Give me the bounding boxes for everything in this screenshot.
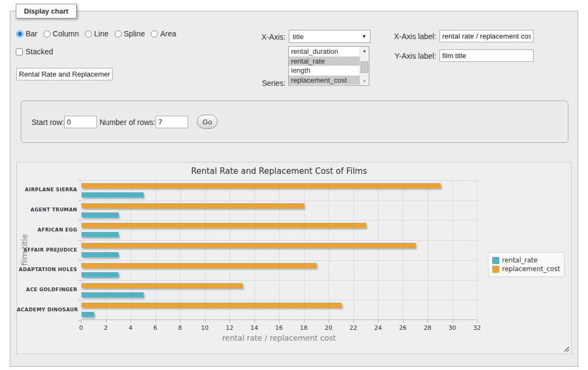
bar-rental_rate-affair-prejudice[interactable] <box>82 252 119 257</box>
x-axis-tick <box>230 320 230 323</box>
category-label: AFRICAN EGG <box>17 227 77 233</box>
x-tick-label: 18 <box>296 324 312 331</box>
category-label: ACE GOLDFINGER <box>17 287 77 292</box>
chart-type-radio-spline[interactable]: Spline <box>115 29 145 38</box>
stacked-checkbox[interactable] <box>16 48 23 55</box>
gridline <box>81 240 477 241</box>
gridline <box>81 260 477 261</box>
x-axis-label-input[interactable] <box>440 30 534 42</box>
x-axis-tick <box>453 320 453 323</box>
bar-rental_rate-adaptation-holes[interactable] <box>82 272 119 277</box>
gridline <box>279 180 280 320</box>
chart-type-radio-area[interactable]: Area <box>151 29 176 38</box>
bar-rental_rate-agent-truman[interactable] <box>82 212 119 217</box>
radio-bar[interactable] <box>16 30 23 37</box>
go-button[interactable]: Go <box>197 115 218 129</box>
gridline <box>106 180 107 320</box>
x-axis-tick <box>106 320 107 323</box>
y-axis-tick <box>78 280 81 281</box>
resize-handle-icon[interactable] <box>563 346 569 352</box>
chart-type-radio-column[interactable]: Column <box>44 29 79 38</box>
x-tick-label: 30 <box>444 324 461 331</box>
series-option-length[interactable]: length <box>289 66 360 76</box>
bar-replacement_cost-affair-prejudice[interactable] <box>82 243 416 248</box>
x-axis-tick <box>205 320 206 323</box>
legend-item-replacement_cost[interactable]: replacement_cost <box>492 265 560 273</box>
x-axis-tick <box>180 320 181 323</box>
start-row-label: Start row: <box>32 118 64 127</box>
plot-area <box>81 180 477 320</box>
y-axis-label-input[interactable] <box>440 49 534 62</box>
gridline <box>131 180 131 320</box>
x-axis-tick <box>329 320 329 323</box>
gridline <box>81 180 82 320</box>
x-axis-title: rental rate / replacement cost <box>81 334 477 342</box>
stacked-checkbox-row[interactable]: Stacked <box>16 47 53 56</box>
gridline <box>81 220 477 221</box>
chart-type-radio-bar[interactable]: Bar <box>16 29 38 38</box>
series-options: rental_durationrental_ratelengthreplacem… <box>289 47 360 85</box>
series-option-rental_duration[interactable]: rental_duration <box>289 47 360 57</box>
start-row-input[interactable] <box>64 116 97 128</box>
x-tick-label: 20 <box>320 324 337 331</box>
legend-label: replacement_cost <box>502 265 560 273</box>
series-option-rental_rate[interactable]: rental_rate <box>289 57 360 66</box>
bar-rental_rate-african-egg[interactable] <box>82 232 119 237</box>
x-axis-select-value: title <box>293 33 362 41</box>
chart-panel: Rental Rate and Replacement Cost of Film… <box>16 162 572 354</box>
gridline <box>428 180 428 320</box>
chart-title-input[interactable] <box>16 68 113 80</box>
bar-rental_rate-ace-goldfinger[interactable] <box>82 292 144 297</box>
bar-replacement_cost-african-egg[interactable] <box>82 223 366 228</box>
radio-line[interactable] <box>85 30 92 37</box>
chart-title: Rental Rate and Replacement Cost of Film… <box>81 166 477 176</box>
x-axis-tick <box>304 320 305 323</box>
y-axis-label-field-label: Y-Axis label: <box>383 52 436 60</box>
gridline <box>453 180 453 320</box>
x-tick-label: 28 <box>419 324 436 331</box>
listbox-scrollbar[interactable]: ▲ ▼ <box>360 47 369 85</box>
bar-replacement_cost-adaptation-holes[interactable] <box>82 263 317 268</box>
y-axis-tick <box>78 240 81 241</box>
bar-replacement_cost-agent-truman[interactable] <box>82 203 304 208</box>
series-option-replacement_cost[interactable]: replacement_cost <box>289 76 360 85</box>
legend-marker-icon <box>492 266 499 273</box>
scroll-up-icon[interactable]: ▲ <box>360 47 369 55</box>
x-axis-tick <box>81 320 82 323</box>
chart-type-radio-line[interactable]: Line <box>85 29 108 38</box>
x-axis-tick <box>403 320 404 323</box>
bar-replacement_cost-academy-dinosaur[interactable] <box>82 303 342 308</box>
y-axis-tick <box>78 220 81 221</box>
category-label: ACADEMY DINOSAUR <box>17 307 77 312</box>
radio-label: Bar <box>26 29 38 38</box>
scroll-down-icon[interactable]: ▼ <box>360 77 369 85</box>
num-rows-input[interactable] <box>156 116 188 128</box>
radio-spline[interactable] <box>115 30 122 37</box>
x-tick-label: 14 <box>246 324 263 331</box>
x-tick-label: 10 <box>197 324 213 331</box>
series-listbox[interactable]: rental_durationrental_ratelengthreplacem… <box>288 46 369 86</box>
gridline <box>81 300 477 300</box>
x-tick-label: 26 <box>395 324 411 331</box>
radio-label: Spline <box>124 29 145 38</box>
x-axis-tick <box>255 320 255 323</box>
x-tick-label: 4 <box>122 324 139 331</box>
gridline <box>403 180 404 320</box>
bar-replacement_cost-airplane-sierra[interactable] <box>82 183 441 188</box>
gridline <box>205 180 206 320</box>
radio-area[interactable] <box>151 30 158 37</box>
rows-panel: Start row: Number of rows: Go <box>21 101 568 143</box>
gridline <box>354 180 354 320</box>
gridline <box>230 180 230 320</box>
scrollbar-thumb[interactable] <box>361 61 368 73</box>
bar-rental_rate-airplane-sierra[interactable] <box>82 192 144 197</box>
x-axis-field-label: X-Axis: <box>239 33 286 41</box>
legend-item-rental_rate[interactable]: rental_rate <box>492 256 560 264</box>
bar-rental_rate-academy-dinosaur[interactable] <box>82 312 94 317</box>
gridline <box>378 180 379 320</box>
gridline <box>81 200 477 201</box>
x-axis-tick <box>354 320 354 323</box>
bar-replacement_cost-ace-goldfinger[interactable] <box>82 283 243 288</box>
radio-column[interactable] <box>44 30 51 37</box>
x-axis-select[interactable]: title ▼ <box>289 30 370 43</box>
